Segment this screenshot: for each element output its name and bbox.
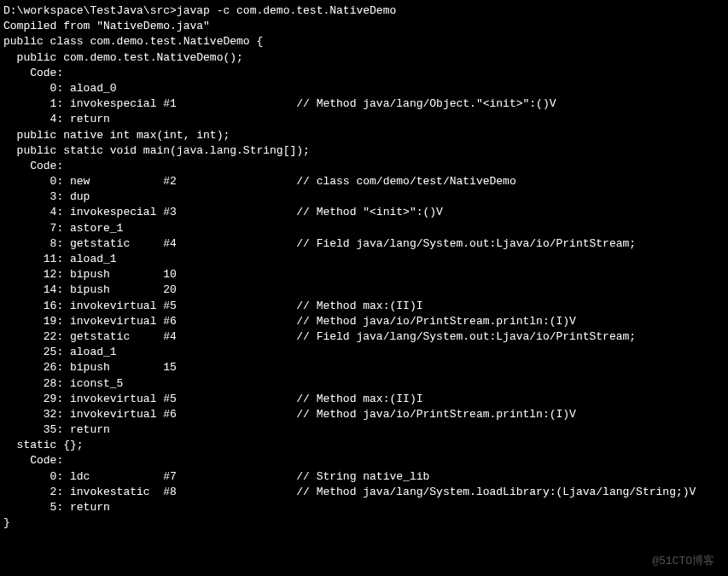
terminal-line: 8: getstatic #4 // Field java/lang/Syste… bbox=[3, 236, 725, 252]
terminal-line: 7: astore_1 bbox=[3, 221, 725, 236]
terminal-line: public static void main(java.lang.String… bbox=[3, 143, 725, 159]
terminal-line: 29: invokevirtual #5 // Method max:(II)I bbox=[3, 392, 725, 407]
terminal-line: 0: ldc #7 // String native_lib bbox=[3, 469, 725, 485]
watermark-text: @51CTO博客 bbox=[652, 554, 714, 569]
terminal-line: D:\workspace\TestJava\src>javap -c com.d… bbox=[3, 3, 725, 19]
terminal-line: 12: bipush 10 bbox=[3, 267, 725, 282]
terminal-output: D:\workspace\TestJava\src>javap -c com.d… bbox=[3, 3, 725, 531]
terminal-line: 3: dup bbox=[3, 189, 725, 205]
terminal-line: 28: iconst_5 bbox=[3, 376, 725, 392]
terminal-line: 1: invokespecial #1 // Method java/lang/… bbox=[3, 96, 725, 112]
terminal-line: 4: return bbox=[3, 112, 725, 127]
terminal-line: 26: bipush 15 bbox=[3, 360, 725, 375]
terminal-line: 2: invokestatic #8 // Method java/lang/S… bbox=[3, 485, 725, 500]
terminal-line: Code: bbox=[3, 66, 725, 81]
terminal-line: Code: bbox=[3, 453, 725, 468]
terminal-line: Code: bbox=[3, 159, 725, 174]
terminal-line: public native int max(int, int); bbox=[3, 128, 725, 143]
terminal-line: 35: return bbox=[3, 422, 725, 438]
terminal-line: 25: aload_1 bbox=[3, 345, 725, 360]
terminal-line: public com.demo.test.NativeDemo(); bbox=[3, 50, 725, 66]
terminal-line: 5: return bbox=[3, 500, 725, 515]
terminal-line: 0: aload_0 bbox=[3, 81, 725, 96]
terminal-line: 22: getstatic #4 // Field java/lang/Syst… bbox=[3, 329, 725, 345]
terminal-line: 4: invokespecial #3 // Method "<init>":(… bbox=[3, 205, 725, 220]
terminal-line: 11: aload_1 bbox=[3, 252, 725, 267]
terminal-line: 16: invokevirtual #5 // Method max:(II)I bbox=[3, 299, 725, 314]
terminal-line: } bbox=[3, 515, 725, 531]
terminal-line: Compiled from "NativeDemo.java" bbox=[3, 19, 725, 34]
terminal-line: 32: invokevirtual #6 // Method java/io/P… bbox=[3, 407, 725, 422]
terminal-line: static {}; bbox=[3, 438, 725, 453]
terminal-line: public class com.demo.test.NativeDemo { bbox=[3, 34, 725, 49]
terminal-line: 14: bipush 20 bbox=[3, 282, 725, 298]
terminal-line: 19: invokevirtual #6 // Method java/io/P… bbox=[3, 314, 725, 329]
terminal-line: 0: new #2 // class com/demo/test/NativeD… bbox=[3, 174, 725, 189]
